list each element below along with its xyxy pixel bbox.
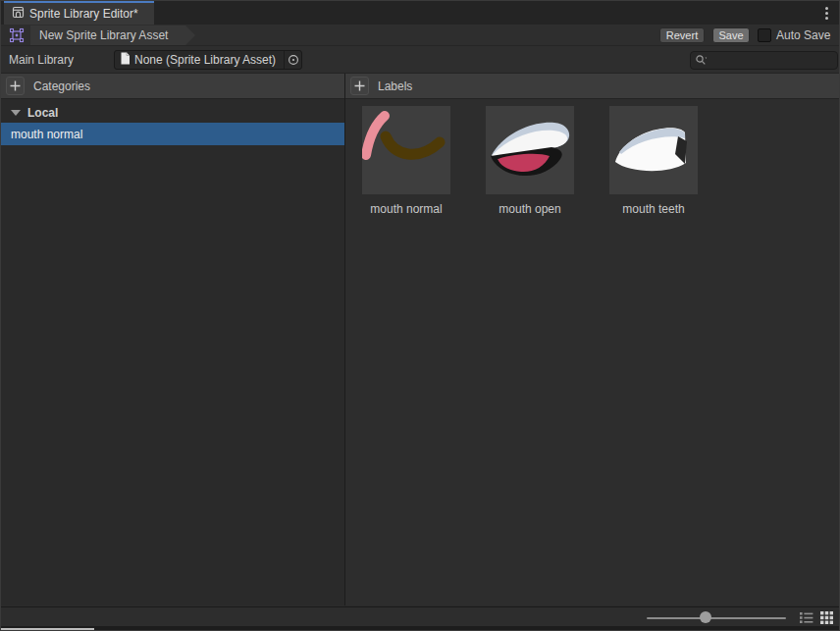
toolbar: New Sprite Library Asset Revert Save Aut… (1, 25, 840, 46)
object-picker-icon[interactable] (284, 51, 301, 69)
add-category-button[interactable] (6, 77, 25, 95)
categories-header: Categories (1, 74, 344, 99)
tab-sprite-library-editor[interactable]: Sprite Library Editor* (4, 1, 154, 25)
local-group-foldout[interactable]: Local (1, 103, 344, 123)
document-icon (120, 52, 131, 68)
foldout-arrow-icon (11, 110, 21, 116)
labels-header: Labels (345, 74, 840, 99)
sprite-thumbnail-mouth-open (486, 106, 574, 194)
label-tile-caption: mouth teeth (592, 202, 715, 216)
label-tile-caption: mouth normal (344, 202, 468, 216)
label-tile-caption: mouth open (468, 202, 592, 216)
main-library-row: Main Library None (Sprite Library Asset) (1, 46, 840, 74)
tab-title: Sprite Library Editor* (29, 7, 138, 21)
label-tile-mouth-open[interactable]: mouth open (468, 106, 592, 216)
list-view-icon[interactable] (799, 610, 814, 625)
kebab-menu-icon[interactable] (819, 5, 833, 21)
categories-panel: Local mouth normal (1, 99, 344, 605)
labels-panel: mouth normal mouth open m (345, 99, 840, 605)
search-icon (695, 52, 709, 70)
save-button[interactable]: Save (712, 27, 750, 43)
labels-header-label: Labels (378, 79, 412, 93)
auto-save-label: Auto Save (776, 28, 830, 42)
object-field-value: None (Sprite Library Asset) (134, 53, 280, 67)
category-item-mouth-normal[interactable]: mouth normal (1, 123, 344, 145)
sprite-library-editor-window: Sprite Library Editor* New Sprite Librar… (0, 0, 840, 631)
category-item-label: mouth normal (11, 128, 82, 141)
add-label-button[interactable] (350, 77, 369, 95)
grid-view-icon[interactable] (819, 610, 834, 625)
revert-button[interactable]: Revert (659, 27, 705, 43)
breadcrumb[interactable]: New Sprite Library Asset (30, 26, 195, 45)
local-group-label: Local (27, 106, 58, 120)
main-library-object-field[interactable]: None (Sprite Library Asset) (114, 50, 302, 70)
sprite-thumbnail-mouth-teeth (609, 106, 698, 194)
library-icon (12, 6, 25, 22)
sprite-thumbnail-mouth-normal (362, 106, 450, 194)
main-library-label: Main Library (9, 53, 74, 67)
panel-splitter[interactable] (344, 74, 345, 605)
categories-header-label: Categories (33, 79, 90, 93)
tab-bar: Sprite Library Editor* (1, 1, 840, 25)
window-bottom-edge (1, 626, 840, 631)
auto-save-checkbox[interactable] (758, 28, 771, 42)
label-tile-mouth-teeth[interactable]: mouth teeth (592, 106, 715, 216)
sprite-library-asset-icon (9, 27, 25, 47)
thumbnail-size-slider-knob[interactable] (700, 611, 711, 623)
bottom-bar (1, 606, 840, 626)
breadcrumb-label: New Sprite Library Asset (39, 28, 168, 42)
search-input[interactable] (709, 54, 824, 68)
label-tile-mouth-normal[interactable]: mouth normal (344, 106, 468, 216)
thumbnail-size-slider[interactable] (647, 617, 786, 619)
search-box[interactable] (690, 51, 838, 70)
